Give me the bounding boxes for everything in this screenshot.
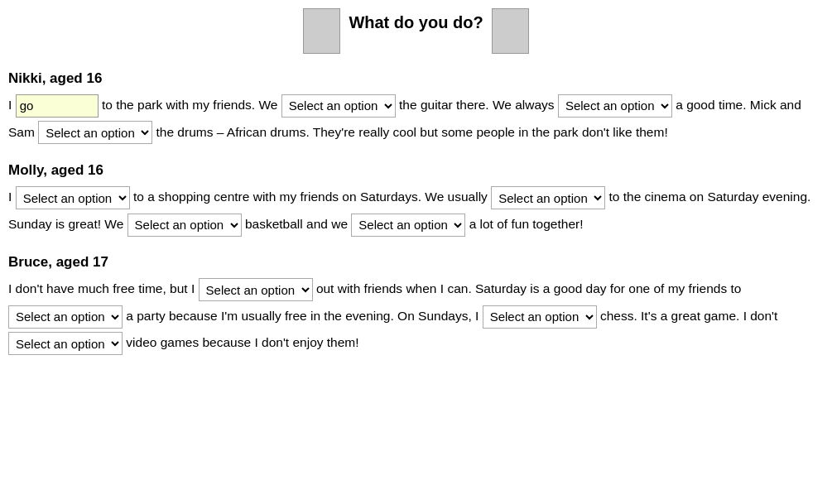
page-title: What do you do? (349, 9, 483, 36)
nikki-text-5: the drums – African drums. They're reall… (156, 125, 668, 139)
bruce-select-1[interactable]: Select an option (199, 278, 313, 301)
nikki-text-1: I (8, 98, 16, 112)
molly-text-5: a lot of fun together! (469, 217, 584, 231)
molly-select-1[interactable]: Select an option (16, 186, 130, 209)
nikki-select-1[interactable]: Select an option (281, 94, 396, 118)
molly-title: Molly, aged 16 (8, 162, 824, 179)
nikki-select-2[interactable]: Select an option (558, 94, 672, 118)
molly-text-1: I (8, 190, 16, 204)
molly-text-4: basketball and we (245, 217, 351, 231)
bruce-select-4[interactable]: Select an option (8, 332, 123, 355)
bruce-text-1: I don't have much free time, but I (8, 281, 199, 295)
bruce-text-4: chess. It's a great game. I don't (600, 309, 777, 323)
bruce-title: Bruce, aged 17 (8, 254, 824, 271)
section-molly: Molly, aged 16 I Select an option to a s… (8, 162, 824, 238)
header-section: What do you do? (8, 8, 824, 54)
bruce-select-2[interactable]: Select an option (8, 305, 123, 329)
bruce-text-3: a party because I'm usually free in the … (126, 309, 482, 323)
bruce-text-5: video games because I don't enjoy them! (126, 335, 358, 349)
molly-select-4[interactable]: Select an option (351, 214, 465, 237)
nikki-text-2: to the park with my friends. We (102, 98, 281, 112)
bruce-text-2: out with friends when I can. Saturday is… (316, 281, 742, 295)
molly-select-3[interactable]: Select an option (127, 214, 242, 237)
right-image (492, 8, 529, 54)
molly-text-2: to a shopping centre with my friends on … (133, 190, 491, 204)
nikki-paragraph: I to the park with my friends. We Select… (8, 92, 824, 146)
section-nikki: Nikki, aged 16 I to the park with my fri… (8, 70, 824, 146)
nikki-text-3: the guitar there. We always (399, 98, 558, 112)
nikki-title: Nikki, aged 16 (8, 70, 824, 87)
molly-paragraph: I Select an option to a shopping centre … (8, 184, 824, 238)
molly-select-2[interactable]: Select an option (491, 186, 605, 209)
section-bruce: Bruce, aged 17 I don't have much free ti… (8, 254, 824, 357)
bruce-paragraph: I don't have much free time, but I Selec… (8, 276, 824, 357)
nikki-input-go[interactable] (16, 94, 99, 118)
nikki-select-3[interactable]: Select an option (38, 121, 152, 144)
bruce-select-3[interactable]: Select an option (483, 305, 597, 329)
left-image (303, 8, 340, 54)
